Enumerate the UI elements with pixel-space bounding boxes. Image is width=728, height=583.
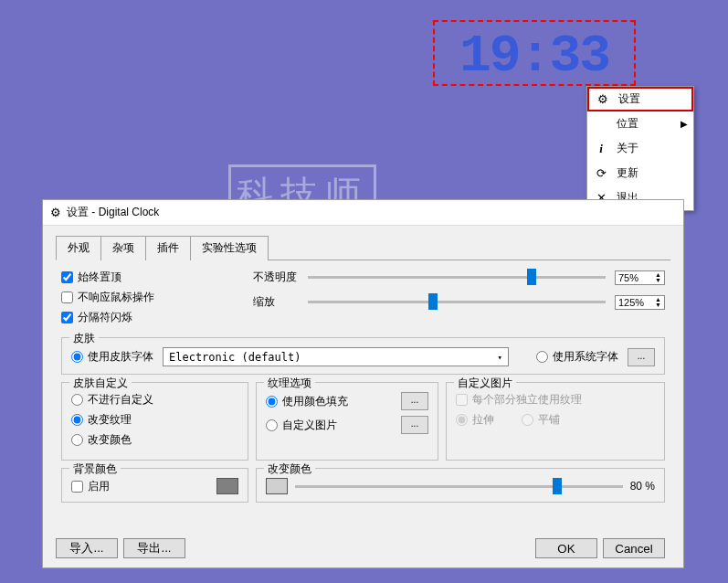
radio[interactable] bbox=[536, 351, 548, 363]
checkbox[interactable] bbox=[61, 271, 73, 283]
ok-button[interactable]: OK bbox=[535, 538, 597, 558]
bg-color-swatch[interactable] bbox=[216, 478, 238, 494]
gear-icon: ⚙ bbox=[50, 206, 61, 219]
menu-label: 更新 bbox=[617, 165, 688, 181]
radio[interactable] bbox=[266, 419, 278, 431]
spin-value: 75% bbox=[618, 272, 638, 283]
menu-label: 设置 bbox=[618, 91, 686, 107]
menu-item-about[interactable]: i 关于 bbox=[587, 136, 693, 161]
radio bbox=[522, 414, 533, 426]
radio-fill-color[interactable]: 使用颜色填充 bbox=[266, 394, 348, 409]
fill-color-button[interactable]: ... bbox=[401, 392, 428, 410]
dialog-title: 设置 - Digital Clock bbox=[67, 205, 159, 220]
group-title: 皮肤 bbox=[69, 331, 99, 346]
chevron-down-icon: ▾ bbox=[498, 353, 502, 362]
radio-label: 不进行自定义 bbox=[88, 392, 153, 408]
radio[interactable] bbox=[71, 414, 83, 426]
checkbox[interactable] bbox=[71, 481, 83, 493]
check-label: 分隔符闪烁 bbox=[78, 310, 132, 325]
check-always-top[interactable]: 始终置顶 bbox=[61, 270, 253, 285]
tab-appearance[interactable]: 外观 bbox=[56, 236, 101, 260]
radio[interactable] bbox=[71, 434, 83, 446]
tab-misc[interactable]: 杂项 bbox=[100, 236, 146, 260]
tab-strip: 外观 杂项 插件 实验性选项 bbox=[56, 235, 670, 260]
combo-value: Electronic (default) bbox=[169, 351, 301, 364]
zoom-label: 缩放 bbox=[253, 294, 299, 310]
radio-label: 自定义图片 bbox=[282, 418, 337, 433]
zoom-row: 缩放 125% ▲▼ bbox=[253, 294, 665, 310]
radio-label: 拉伸 bbox=[472, 412, 494, 428]
check-bg-enable[interactable]: 启用 bbox=[71, 479, 110, 494]
check-label: 启用 bbox=[88, 479, 110, 494]
zoom-spin[interactable]: 125% ▲▼ bbox=[615, 295, 665, 310]
radio[interactable] bbox=[266, 396, 278, 408]
skin-custom-group: 皮肤自定义 不进行自定义 改变纹理 改变颜色 bbox=[61, 382, 248, 461]
checkbox[interactable] bbox=[61, 312, 73, 323]
radio-custom-image[interactable]: 自定义图片 bbox=[266, 418, 337, 433]
check-label: 每个部分独立使用纹理 bbox=[472, 392, 582, 408]
menu-item-settings[interactable]: ⚙ 设置 bbox=[587, 87, 693, 111]
check-label: 不响应鼠标操作 bbox=[78, 290, 154, 305]
spin-arrows-icon[interactable]: ▲▼ bbox=[655, 297, 661, 308]
group-title: 改变颜色 bbox=[264, 461, 315, 477]
group-title: 纹理选项 bbox=[264, 376, 315, 391]
refresh-icon: ⟳ bbox=[593, 165, 609, 182]
checkbox bbox=[456, 394, 468, 406]
texture-opts-group: 纹理选项 使用颜色填充 ... 自定义图片 ... bbox=[256, 382, 438, 461]
check-per-part: 每个部分独立使用纹理 bbox=[456, 392, 655, 408]
opacity-slider[interactable] bbox=[308, 276, 606, 279]
group-title: 背景颜色 bbox=[69, 461, 121, 477]
checkbox[interactable] bbox=[61, 292, 73, 303]
titlebar[interactable]: ⚙ 设置 - Digital Clock bbox=[43, 200, 683, 226]
zoom-slider[interactable] bbox=[308, 301, 606, 303]
change-color-value: 80 % bbox=[630, 480, 655, 493]
slider-thumb[interactable] bbox=[527, 269, 536, 285]
import-button[interactable]: 导入... bbox=[56, 538, 118, 558]
check-separator-flash[interactable]: 分隔符闪烁 bbox=[61, 310, 253, 325]
radio-custom-color[interactable]: 改变颜色 bbox=[71, 432, 238, 448]
font-browse-button[interactable]: ... bbox=[628, 348, 655, 366]
change-color-slider[interactable] bbox=[295, 485, 623, 488]
check-label: 始终置顶 bbox=[78, 270, 121, 285]
export-button[interactable]: 导出... bbox=[123, 538, 185, 558]
tab-content-appearance: 始终置顶 不响应鼠标操作 分隔符闪烁 不透明度 bbox=[56, 260, 670, 512]
opacity-spin[interactable]: 75% ▲▼ bbox=[615, 270, 665, 285]
context-menu: ⚙ 设置 位置 ▶ i 关于 ⟳ 更新 ✕ 退出 bbox=[586, 86, 694, 211]
radio-label: 改变纹理 bbox=[88, 412, 132, 428]
radio[interactable] bbox=[71, 394, 83, 406]
menu-item-position[interactable]: 位置 ▶ bbox=[587, 111, 693, 136]
group-title: 皮肤自定义 bbox=[69, 376, 132, 391]
radio-custom-none[interactable]: 不进行自定义 bbox=[71, 392, 238, 408]
change-color-group: 改变颜色 80 % bbox=[256, 468, 665, 503]
tab-plugins[interactable]: 插件 bbox=[145, 236, 191, 260]
radio[interactable] bbox=[71, 351, 83, 363]
spin-arrows-icon[interactable]: ▲▼ bbox=[655, 272, 661, 283]
radio-system-font[interactable]: 使用系统字体 bbox=[536, 349, 618, 365]
submenu-arrow-icon: ▶ bbox=[681, 119, 688, 129]
spin-value: 125% bbox=[618, 297, 644, 308]
bg-color-group: 背景颜色 启用 bbox=[61, 468, 248, 503]
skin-font-combo[interactable]: Electronic (default) ▾ bbox=[163, 347, 509, 366]
radio-tile: 平铺 bbox=[522, 412, 560, 428]
radio-label: 平铺 bbox=[538, 412, 560, 428]
radio-label: 改变颜色 bbox=[88, 432, 132, 448]
group-title: 自定义图片 bbox=[454, 376, 516, 391]
change-color-swatch[interactable] bbox=[266, 478, 288, 494]
slider-thumb[interactable] bbox=[428, 293, 438, 310]
settings-dialog: ⚙ 设置 - Digital Clock 外观 杂项 插件 实验性选项 始终置顶… bbox=[42, 199, 684, 568]
dialog-button-bar: 导入... 导出... OK Cancel bbox=[56, 538, 670, 558]
custom-image-button[interactable]: ... bbox=[401, 416, 428, 434]
radio-custom-texture[interactable]: 改变纹理 bbox=[71, 412, 238, 428]
gear-icon: ⚙ bbox=[595, 91, 611, 108]
slider-thumb[interactable] bbox=[553, 478, 562, 494]
check-ignore-mouse[interactable]: 不响应鼠标操作 bbox=[61, 290, 253, 305]
clock-widget[interactable]: 19:33 bbox=[433, 20, 636, 86]
radio-label: 使用皮肤字体 bbox=[88, 349, 153, 365]
radio bbox=[456, 414, 468, 426]
tab-experimental[interactable]: 实验性选项 bbox=[190, 236, 269, 260]
menu-item-update[interactable]: ⟳ 更新 bbox=[587, 161, 693, 186]
radio-skin-font[interactable]: 使用皮肤字体 bbox=[71, 349, 153, 365]
menu-label: 位置 bbox=[617, 116, 681, 132]
cancel-button[interactable]: Cancel bbox=[603, 538, 665, 558]
menu-label: 关于 bbox=[617, 141, 688, 156]
